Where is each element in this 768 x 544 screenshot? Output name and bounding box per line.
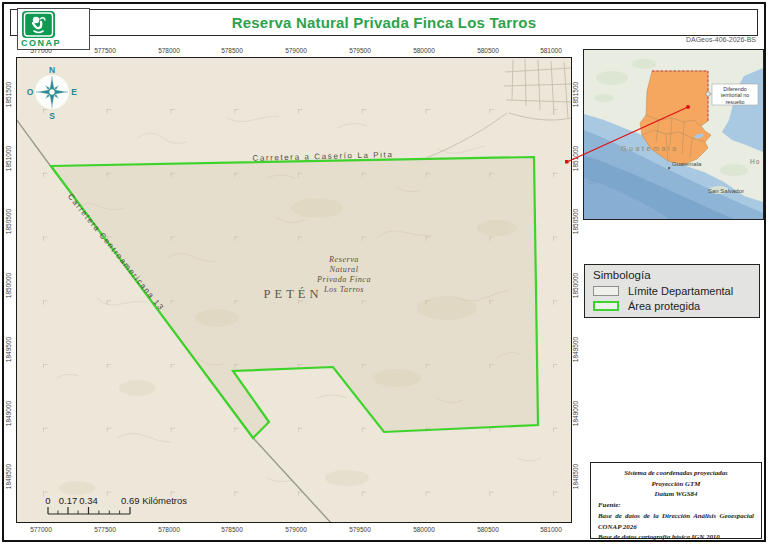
svg-text:N: N bbox=[49, 65, 55, 75]
svg-text:Reserva: Reserva bbox=[328, 255, 359, 264]
protected-area-swatch bbox=[593, 301, 619, 311]
coord-label-top: 580500 bbox=[466, 46, 510, 55]
department-label: PETÉN bbox=[264, 287, 323, 301]
san-salvador-label: San Salvador bbox=[708, 188, 744, 194]
coord-label-left: 1851000 bbox=[4, 137, 13, 181]
page-title: Reserva Natural Privada Finca Los Tarros bbox=[232, 14, 537, 31]
conap-logo-text: CONAP bbox=[21, 38, 61, 48]
legend-title: Simbología bbox=[593, 269, 759, 281]
datum-line: Datum WGS84 bbox=[598, 489, 754, 500]
crs-line: Sistema de coordenadas proyectadas bbox=[598, 468, 754, 479]
legend: Simbología Límite Departamental Área pro… bbox=[584, 264, 760, 318]
coord-label-bottom: 580500 bbox=[466, 525, 510, 534]
coord-label-left: 1850500 bbox=[4, 200, 13, 244]
coord-label-top: 578500 bbox=[210, 46, 254, 55]
coord-label-left: 1849000 bbox=[4, 392, 13, 436]
coord-label-top: 578000 bbox=[147, 46, 191, 55]
coord-label-bottom: 579500 bbox=[338, 525, 382, 534]
svg-text:0: 0 bbox=[45, 495, 50, 506]
coord-label-left: 1849500 bbox=[4, 328, 13, 372]
header-title-bar: Reserva Natural Privada Finca Los Tarros bbox=[10, 9, 758, 36]
grid-zone-label: 72T bbox=[587, 179, 597, 185]
departmental-boundary-swatch bbox=[593, 286, 619, 296]
legend-item-departmental: Límite Departamental bbox=[593, 285, 759, 297]
svg-text:Los Tarros: Los Tarros bbox=[323, 285, 364, 294]
document-code: DAGeos-406-2026-BS bbox=[686, 36, 756, 43]
main-map: Carretera a Caserío La Pita Carretera Ce… bbox=[16, 57, 572, 523]
coord-label-top: 580000 bbox=[402, 46, 446, 55]
svg-text:O: O bbox=[27, 87, 34, 97]
capital-city-label: Guatemala bbox=[672, 161, 702, 167]
coord-label-left: 1848500 bbox=[4, 455, 13, 499]
svg-text:0.69 Kilómetros: 0.69 Kilómetros bbox=[121, 495, 187, 506]
svg-text:E: E bbox=[71, 87, 77, 97]
coord-label-bottom: 579000 bbox=[274, 525, 318, 534]
coord-label-bottom: 581000 bbox=[529, 525, 573, 534]
coord-label-top: 579500 bbox=[338, 46, 382, 55]
svg-text:Privada Finca: Privada Finca bbox=[316, 275, 371, 284]
svg-text:S: S bbox=[49, 111, 55, 121]
main-map-canvas: Carretera a Caserío La Pita Carretera Ce… bbox=[17, 58, 571, 522]
coord-label-bottom: 578500 bbox=[210, 525, 254, 534]
svg-text:0.17: 0.17 bbox=[59, 495, 78, 506]
source-line-1: Base de datos de la Dirección Análisis G… bbox=[598, 511, 754, 532]
coord-label-bottom: 580000 bbox=[402, 525, 446, 534]
monkey-logo-icon bbox=[22, 11, 55, 38]
conap-logo: CONAP bbox=[17, 8, 90, 50]
coord-label-top: 579000 bbox=[274, 46, 318, 55]
credits-box: Sistema de coordenadas proyectadas Proye… bbox=[590, 462, 762, 539]
coord-label-left: 1850000 bbox=[4, 264, 13, 308]
svg-text:territorial no: territorial no bbox=[721, 92, 749, 98]
svg-text:Diferendo: Diferendo bbox=[723, 86, 746, 92]
capital-city-marker bbox=[668, 167, 670, 169]
inset-locator-map: Diferendo territorial no resuelto Guatem… bbox=[583, 49, 764, 220]
svg-text:Natural: Natural bbox=[329, 265, 359, 274]
source-line-2: Base de datos cartografía básica IGN 201… bbox=[598, 532, 754, 543]
coord-label-bottom: 577000 bbox=[19, 525, 63, 534]
svg-text:resuelto: resuelto bbox=[725, 99, 744, 105]
coord-label-bottom: 578000 bbox=[147, 525, 191, 534]
map-document-page: Reserva Natural Privada Finca Los Tarros… bbox=[0, 0, 768, 544]
honduras-label: Ho bbox=[750, 158, 760, 165]
coord-label-left: 1851500 bbox=[4, 73, 13, 117]
coord-label-top: 581000 bbox=[529, 46, 573, 55]
coord-label-bottom: 577500 bbox=[83, 525, 127, 534]
svg-text:0.34: 0.34 bbox=[79, 495, 98, 506]
projection-line: Proyección GTM bbox=[598, 479, 754, 490]
country-label: Guatemala bbox=[621, 145, 679, 152]
legend-item-protected: Área protegida bbox=[593, 300, 759, 312]
dispute-marker bbox=[706, 92, 710, 96]
fuente-label: Fuente: bbox=[598, 500, 754, 511]
inset-map-canvas: Diferendo territorial no resuelto Guatem… bbox=[584, 50, 763, 219]
